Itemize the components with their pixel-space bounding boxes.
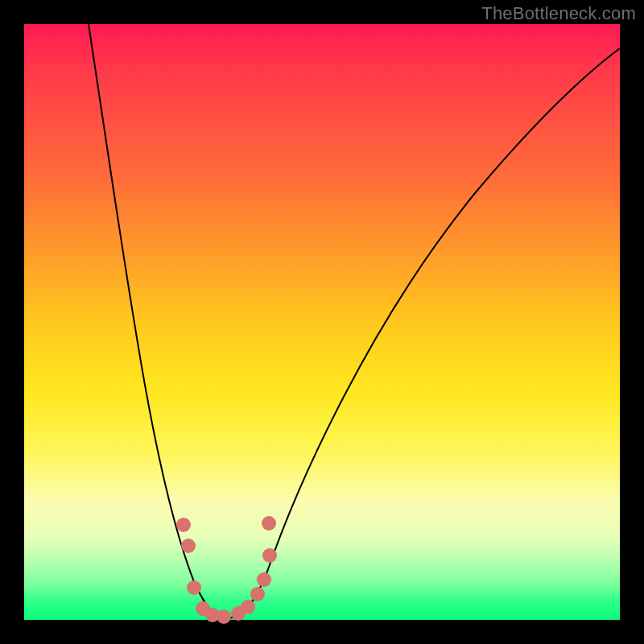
chart-frame: TheBottleneck.com xyxy=(0,0,644,644)
bottleneck-curve xyxy=(89,24,620,618)
marker xyxy=(181,539,196,553)
marker-group xyxy=(176,516,277,624)
marker xyxy=(241,600,255,614)
marker xyxy=(217,609,231,624)
marker xyxy=(262,516,276,530)
marker xyxy=(262,548,277,563)
marker xyxy=(257,572,271,587)
chart-plot-area xyxy=(24,24,620,620)
marker xyxy=(176,518,191,532)
marker xyxy=(250,587,265,601)
watermark-text: TheBottleneck.com xyxy=(481,3,636,24)
chart-svg xyxy=(24,24,620,620)
marker xyxy=(187,580,201,595)
